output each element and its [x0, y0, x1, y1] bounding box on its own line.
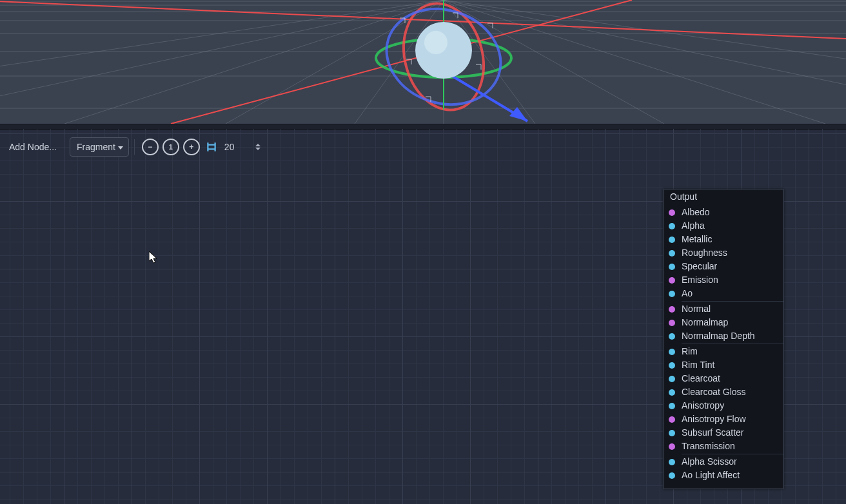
input-port[interactable]: Transmission [664, 440, 783, 453]
input-port[interactable]: Specular [664, 260, 783, 273]
port-label: Rim [682, 345, 698, 358]
port-label: Albedo [682, 206, 710, 218]
port-group-divider [682, 301, 783, 302]
port-dot-scalar-icon[interactable] [669, 264, 675, 270]
port-label: Clearcoat Gloss [682, 386, 746, 398]
input-port[interactable]: Alpha Scissor [664, 455, 783, 469]
port-label: Ao [682, 287, 693, 300]
port-dot-scalar-icon[interactable] [669, 223, 675, 229]
output-node-title[interactable]: Output [664, 189, 783, 204]
port-dot-vector-icon[interactable] [669, 306, 675, 313]
port-label: Emission [682, 274, 718, 286]
input-port[interactable]: Anisotropy [664, 399, 783, 412]
port-group-divider [682, 344, 783, 344]
port-dot-scalar-icon[interactable] [669, 376, 675, 382]
input-port[interactable]: Alpha [664, 219, 783, 233]
output-node[interactable]: Output AlbedoAlphaMetallicRoughnessSpecu… [663, 189, 784, 489]
port-dot-scalar-icon[interactable] [669, 472, 675, 479]
snap-distance-field[interactable]: 20 [219, 138, 264, 156]
snap-distance-value: 20 [224, 142, 235, 152]
port-dot-scalar-icon[interactable] [669, 362, 675, 369]
input-port[interactable]: Anisotropy Flow [664, 412, 783, 426]
chevron-down-icon [118, 146, 123, 150]
svg-point-28 [424, 31, 448, 54]
port-dot-scalar-icon[interactable] [669, 250, 675, 257]
port-label: Anisotropy Flow [682, 413, 746, 425]
svg-line-17 [444, 0, 846, 124]
viewport-svg [0, 0, 846, 124]
output-node-ports: AlbedoAlphaMetallicRoughnessSpecularEmis… [664, 204, 783, 489]
input-port[interactable]: Albedo [664, 206, 783, 219]
port-label: Normal [682, 303, 711, 315]
input-port[interactable]: Subsurf Scatter [664, 426, 783, 440]
port-label: Alpha [682, 220, 705, 232]
port-label: Specular [682, 260, 717, 273]
port-dot-scalar-icon[interactable] [669, 403, 675, 409]
svg-line-18 [444, 0, 846, 124]
port-label: Transmission [682, 440, 735, 452]
port-label: Clearcoat [682, 373, 720, 385]
input-port[interactable]: Clearcoat Gloss [664, 385, 783, 399]
port-label: Subsurf Scatter [682, 427, 744, 439]
snap-icon[interactable] [206, 141, 217, 153]
input-port[interactable]: Normal [664, 302, 783, 316]
port-dot-vector-icon[interactable] [669, 443, 675, 450]
input-port[interactable]: Ao Light Affect [664, 469, 783, 482]
port-dot-scalar-icon[interactable] [669, 430, 675, 436]
port-dot-scalar-icon[interactable] [669, 237, 675, 243]
port-dot-vector-icon[interactable] [669, 320, 675, 326]
3d-viewport[interactable] [0, 0, 846, 124]
port-label: Normalmap [682, 316, 728, 329]
port-dot-scalar-icon[interactable] [669, 291, 675, 297]
shader-stage-value: Fragment [77, 142, 115, 152]
port-label: Ao Light Affect [682, 469, 740, 481]
port-dot-vector-icon[interactable] [669, 277, 675, 284]
port-dot-scalar-icon[interactable] [669, 459, 675, 465]
input-port[interactable]: Normalmap [664, 316, 783, 329]
port-dot-scalar-icon[interactable] [669, 389, 675, 396]
input-port[interactable]: Rim [664, 345, 783, 358]
zoom-out-button[interactable]: − [142, 139, 159, 155]
port-dot-scalar-icon[interactable] [669, 349, 675, 355]
updown-icon [255, 144, 261, 150]
port-label: Rim Tint [682, 359, 714, 371]
port-dot-vector-icon[interactable] [669, 209, 675, 216]
port-label: Metallic [682, 233, 712, 246]
graph-toolbar: Add Node... Fragment − 1 + 20 [3, 135, 264, 159]
port-label: Anisotropy [682, 400, 724, 412]
svg-line-15 [444, 0, 664, 124]
input-port[interactable]: Emission [664, 273, 783, 287]
port-group-divider [682, 454, 783, 454]
toolbar-separator [134, 139, 135, 155]
port-label: Alpha Scissor [682, 456, 737, 468]
zoom-in-button[interactable]: + [183, 139, 200, 155]
input-port[interactable]: Clearcoat [664, 372, 783, 385]
port-label: Normalmap Depth [682, 330, 755, 342]
shader-stage-dropdown[interactable]: Fragment [70, 137, 129, 157]
input-port[interactable]: Metallic [664, 233, 783, 246]
port-dot-scalar-icon[interactable] [669, 333, 675, 340]
zoom-reset-button[interactable]: 1 [162, 139, 179, 155]
port-label: Roughness [682, 247, 727, 259]
input-port[interactable]: Roughness [664, 246, 783, 260]
input-port[interactable]: Ao [664, 287, 783, 300]
add-node-button[interactable]: Add Node... [3, 138, 63, 156]
input-port[interactable]: Normalmap Depth [664, 329, 783, 343]
port-dot-vector-icon[interactable] [669, 416, 675, 423]
input-port[interactable]: Rim Tint [664, 358, 783, 372]
